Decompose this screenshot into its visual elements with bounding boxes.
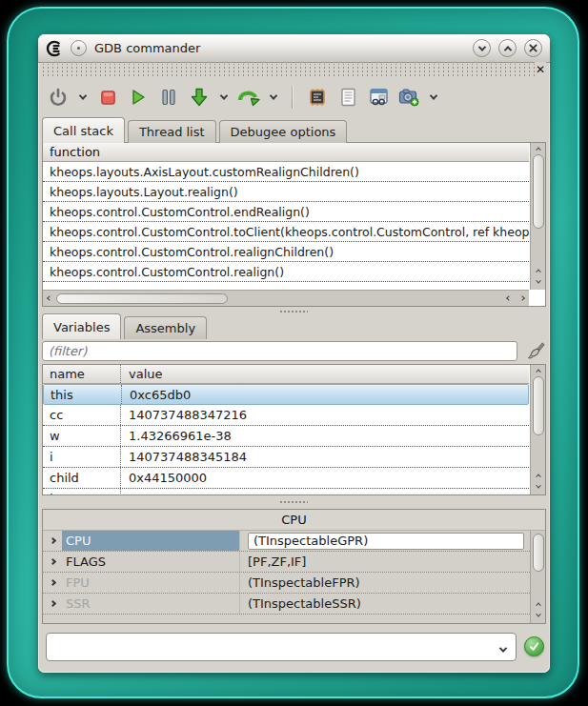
register-group-name[interactable]: CPU xyxy=(62,531,240,551)
float-dock-button[interactable] xyxy=(71,40,87,56)
callstack-row[interactable]: kheops.control.CustomControl.realign() xyxy=(43,262,529,282)
variable-value: 1.43266961e-38 xyxy=(121,489,232,494)
watch-window-icon xyxy=(369,88,389,107)
cpu-row-flags[interactable]: FLAGS [PF,ZF,IF] xyxy=(43,552,530,573)
variables-filter-input[interactable] xyxy=(42,341,517,361)
document-icon xyxy=(340,88,356,107)
stop-debug-button[interactable] xyxy=(95,85,120,110)
restore-button[interactable] xyxy=(498,39,517,57)
cpu-row-fpu[interactable]: FPU (TInspectableFPR) xyxy=(43,573,530,594)
scroll-up-arrow[interactable] xyxy=(532,143,545,154)
chevron-down-icon xyxy=(430,91,437,99)
locals-view-button[interactable] xyxy=(335,85,360,110)
register-value-editor[interactable]: (TInspectableGPR) xyxy=(248,533,524,550)
variable-row[interactable]: child 0x44150000 xyxy=(43,468,529,489)
scroll-down-arrow[interactable] xyxy=(532,276,545,288)
callstack-row[interactable]: kheops.layouts.Layout.realign() xyxy=(43,182,529,202)
expand-chevron-icon[interactable] xyxy=(43,559,62,564)
register-group-value: (TInspectableFPR) xyxy=(240,573,530,593)
add-watch-camera-icon xyxy=(398,88,419,107)
variable-row[interactable]: w 1.43266961e-38 xyxy=(43,426,529,447)
cpu-vertical-scrollbar[interactable] xyxy=(530,531,545,623)
tab-variables[interactable]: Variables xyxy=(42,313,121,339)
close-button[interactable] xyxy=(524,39,542,57)
callstack-row[interactable]: kheops.layouts.AxisLayout.customRealignC… xyxy=(43,162,529,182)
scroll-up-arrow[interactable] xyxy=(532,598,545,610)
toolbar-separator xyxy=(292,86,294,109)
variables-vertical-scrollbar[interactable] xyxy=(530,365,545,494)
scroll-right-arrow[interactable] xyxy=(516,292,529,304)
column-header-name[interactable]: name xyxy=(43,365,121,383)
variable-name: i xyxy=(43,447,121,467)
power-start-debug-button[interactable] xyxy=(46,85,71,110)
shade-button[interactable] xyxy=(473,39,491,57)
expand-chevron-icon[interactable] xyxy=(43,601,62,606)
memory-chip-icon xyxy=(308,88,327,107)
step-over-dropdown[interactable] xyxy=(267,85,280,110)
scroll-down-arrow[interactable] xyxy=(532,481,545,493)
gdb-command-combobox[interactable] xyxy=(46,633,517,661)
variable-value: 0xc65db0 xyxy=(122,385,191,404)
titlebar[interactable]: GDB commander xyxy=(38,34,550,63)
cpu-panel-title: CPU xyxy=(43,510,545,531)
register-group-name[interactable]: FLAGS xyxy=(62,552,240,572)
play-icon xyxy=(129,88,148,107)
tab-thread-list[interactable]: Thread list xyxy=(128,120,216,143)
scroll-up-arrow[interactable] xyxy=(532,265,545,276)
add-watch-dropdown[interactable] xyxy=(427,85,440,110)
scrollbar-thumb[interactable] xyxy=(56,293,228,304)
scroll-left-arrow[interactable] xyxy=(502,292,516,304)
scroll-up-arrow[interactable] xyxy=(532,470,545,481)
register-group-name[interactable]: SSR xyxy=(62,594,240,614)
cpu-panel: CPU CPU (TInspectableGPR) FLAGS [PF,ZF,I… xyxy=(42,509,546,624)
cpu-row-cpu[interactable]: CPU (TInspectableGPR) xyxy=(43,531,530,552)
clear-filter-button[interactable] xyxy=(525,340,547,366)
scroll-up-arrow[interactable] xyxy=(532,365,545,376)
scrollbar-thumb[interactable] xyxy=(533,534,544,572)
splitter-handle[interactable] xyxy=(279,310,308,313)
execute-command-button[interactable] xyxy=(524,636,544,656)
callstack-row[interactable]: kheops.control.CustomControl.toClient(kh… xyxy=(43,222,529,242)
callstack-vertical-scrollbar[interactable] xyxy=(530,143,545,290)
callstack-column-header[interactable]: function xyxy=(43,143,529,162)
add-watch-button[interactable] xyxy=(396,85,421,110)
tab-debugee-options[interactable]: Debugee options xyxy=(219,120,348,143)
register-group-name[interactable]: FPU xyxy=(62,573,240,593)
variable-value: 140737488347216 xyxy=(121,405,247,425)
debug-toolbar xyxy=(46,80,542,114)
callstack-row[interactable]: kheops.control.CustomControl.realignChil… xyxy=(43,242,529,262)
expand-chevron-icon[interactable] xyxy=(43,538,62,543)
step-over-button[interactable] xyxy=(236,85,261,110)
close-icon xyxy=(529,44,537,52)
variables-header-row[interactable]: name value xyxy=(43,365,529,384)
tab-call-stack[interactable]: Call stack xyxy=(42,117,125,143)
cpu-row-ssr[interactable]: SSR (TInspectableSSR) xyxy=(43,594,530,615)
splitter-handle[interactable] xyxy=(279,500,308,504)
power-menu-dropdown[interactable] xyxy=(76,85,90,110)
variable-row[interactable]: cc 140737488347216 xyxy=(43,405,529,426)
column-header-value[interactable]: value xyxy=(121,365,163,383)
variables-panel: name value this 0xc65db0 cc 140737488347… xyxy=(42,364,546,495)
pause-button[interactable] xyxy=(156,85,181,110)
expand-chevron-icon[interactable] xyxy=(43,580,62,585)
callstack-row[interactable]: kheops.control.CustomControl.endRealign(… xyxy=(43,202,529,222)
scrollbar-thumb[interactable] xyxy=(533,154,544,229)
variable-row[interactable]: h 1.43266961e-38 xyxy=(43,489,529,494)
callstack-horizontal-scrollbar[interactable] xyxy=(43,290,529,306)
scrollbar-thumb[interactable] xyxy=(533,376,544,435)
check-icon xyxy=(529,641,539,652)
tab-assembly[interactable]: Assembly xyxy=(124,316,207,339)
watches-view-button[interactable] xyxy=(366,85,391,110)
memory-view-button[interactable] xyxy=(305,85,330,110)
dock-close-button[interactable]: ✕ xyxy=(535,62,546,77)
step-into-button[interactable] xyxy=(187,85,212,110)
scroll-down-arrow[interactable] xyxy=(532,610,545,621)
scroll-left-arrow[interactable] xyxy=(43,292,56,304)
variable-row-selected[interactable]: this 0xc65db0 xyxy=(43,384,529,405)
variable-value: 140737488345184 xyxy=(121,447,247,467)
dock-handle-strip[interactable]: ✕ xyxy=(40,64,548,77)
continue-run-button[interactable] xyxy=(126,85,151,110)
variable-row[interactable]: i 140737488345184 xyxy=(43,447,529,468)
step-into-dropdown[interactable] xyxy=(217,85,231,110)
chevron-down-icon xyxy=(79,91,87,99)
